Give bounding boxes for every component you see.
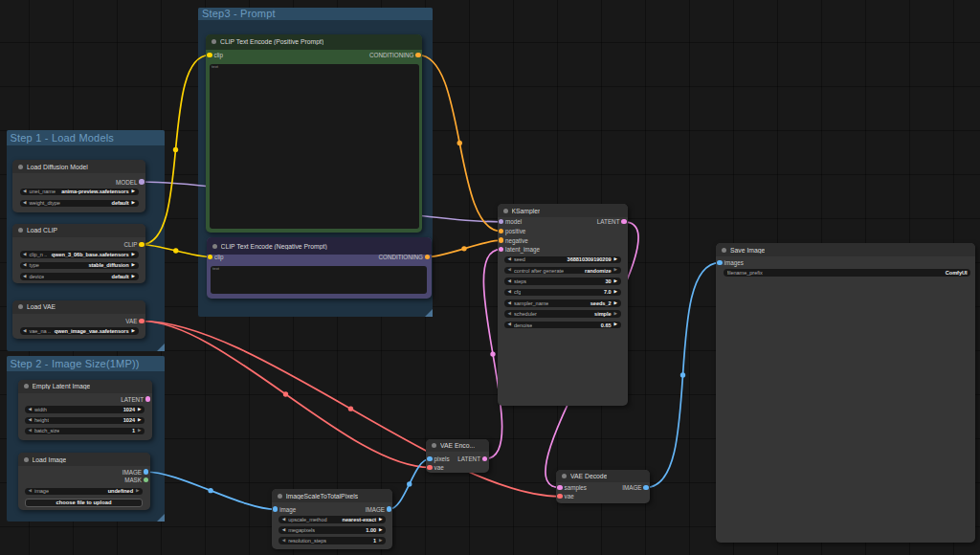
collapse-dot[interactable] bbox=[278, 494, 282, 499]
widget-denoise[interactable]: ◀denoise0.65▶ bbox=[504, 322, 621, 329]
decrement-arrow-icon[interactable]: ◀ bbox=[29, 418, 32, 423]
decrement-arrow-icon[interactable]: ◀ bbox=[508, 301, 511, 306]
node-header[interactable]: Load VAE bbox=[12, 300, 145, 314]
input-slot-positive[interactable]: positive bbox=[498, 227, 526, 235]
input-slot-clip[interactable]: clip bbox=[206, 51, 223, 59]
input-slot-dot[interactable] bbox=[499, 219, 504, 225]
input-slot-dot[interactable] bbox=[499, 237, 504, 243]
output-slot-dot[interactable] bbox=[387, 506, 392, 512]
widget-width[interactable]: ◀width1024▶ bbox=[25, 406, 145, 413]
widget-batch-size[interactable]: ◀batch_size1▶ bbox=[25, 428, 145, 435]
output-slot-dot[interactable] bbox=[482, 456, 488, 462]
widget-unet-name[interactable]: ◀unet_nameanima-preview.safetensors▶ bbox=[20, 189, 139, 196]
widget-control-after-generate[interactable]: ◀control after generaterandomize▶ bbox=[504, 267, 621, 275]
input-slot-image[interactable]: image bbox=[272, 505, 297, 514]
decrement-arrow-icon[interactable]: ◀ bbox=[29, 489, 32, 494]
output-slot-dot[interactable] bbox=[139, 242, 145, 248]
input-slot-model[interactable]: model bbox=[498, 217, 523, 226]
output-slot-image[interactable]: IMAGE bbox=[366, 505, 393, 514]
output-slot-clip[interactable]: CLIP bbox=[124, 240, 146, 249]
node-empty-latent-image[interactable]: Empty Latent ImageLATENT◀width1024▶◀heig… bbox=[18, 380, 152, 440]
decrement-arrow-icon[interactable]: ◀ bbox=[23, 329, 26, 334]
input-slot-vae[interactable]: vae bbox=[426, 463, 444, 472]
output-slot-conditioning[interactable]: CONDITIONING bbox=[369, 51, 422, 59]
widget-image[interactable]: ◀imageundefined▶ bbox=[25, 488, 143, 496]
widget-sampler-name[interactable]: ◀sampler_nameseeds_2▶ bbox=[504, 300, 621, 307]
output-slot-dot[interactable] bbox=[139, 179, 145, 185]
output-slot-latent[interactable]: LATENT bbox=[597, 217, 628, 226]
output-slot-conditioning[interactable]: CONDITIONING bbox=[378, 253, 431, 261]
collapse-dot[interactable] bbox=[212, 244, 217, 249]
node-header[interactable]: Load CLIP bbox=[12, 224, 145, 237]
node-header[interactable]: Empty Latent Image bbox=[18, 380, 152, 393]
input-slot-clip[interactable]: clip bbox=[207, 253, 224, 261]
input-slot-dot[interactable] bbox=[499, 247, 504, 253]
increment-arrow-icon[interactable]: ▶ bbox=[136, 489, 139, 494]
decrement-arrow-icon[interactable]: ◀ bbox=[29, 408, 32, 412]
output-slot-dot[interactable] bbox=[643, 485, 649, 491]
output-slot-image[interactable]: IMAGE bbox=[622, 483, 650, 492]
node-image-scale-to-total-pixels[interactable]: ImageScaleToTotalPixelsimageIMAGE◀upscal… bbox=[272, 489, 393, 549]
widget-vae-na[interactable]: ◀vae_na ..qwen_image_vae.safetensors▶ bbox=[20, 327, 139, 335]
increment-arrow-icon[interactable]: ▶ bbox=[379, 528, 382, 533]
output-slot-dot[interactable] bbox=[145, 396, 151, 402]
collapse-dot[interactable] bbox=[722, 248, 726, 253]
widget-cfg[interactable]: ◀cfg7.0▶ bbox=[504, 289, 621, 297]
increment-arrow-icon[interactable]: ▶ bbox=[138, 408, 141, 412]
widget-height[interactable]: ◀height1024▶ bbox=[25, 417, 145, 425]
node-header[interactable]: VAE Decode bbox=[556, 470, 650, 482]
output-slot-vae[interactable]: VAE bbox=[125, 317, 145, 325]
widget-resolution-steps[interactable]: ◀resolution_steps1▶ bbox=[278, 537, 386, 544]
input-slot-negative[interactable]: negative bbox=[498, 236, 528, 245]
input-slot-dot[interactable] bbox=[427, 456, 433, 462]
output-slot-dot[interactable] bbox=[621, 219, 627, 225]
input-slot-images[interactable]: images bbox=[716, 258, 744, 267]
node-header[interactable]: Load Diffusion Model bbox=[12, 160, 145, 173]
output-slot-dot[interactable] bbox=[139, 319, 145, 324]
increment-arrow-icon[interactable]: ▶ bbox=[614, 268, 617, 273]
node-save-image[interactable]: Save Imageimagesfilename_prefixComfyUI bbox=[716, 243, 975, 543]
increment-arrow-icon[interactable]: ▶ bbox=[614, 301, 617, 306]
decrement-arrow-icon[interactable]: ◀ bbox=[282, 539, 285, 544]
collapse-dot[interactable] bbox=[18, 165, 23, 169]
collapse-dot[interactable] bbox=[503, 209, 508, 213]
node-header[interactable]: Load Image bbox=[18, 453, 150, 466]
node-clip-text-encode-negative[interactable]: CLIP Text Encode (Negative Prompt)clipCO… bbox=[207, 237, 432, 299]
prompt-textarea[interactable]: text bbox=[210, 64, 419, 229]
input-slot-dot[interactable] bbox=[207, 53, 212, 58]
collapse-dot[interactable] bbox=[212, 39, 216, 44]
input-slot-samples[interactable]: samples bbox=[556, 483, 587, 492]
output-slot-dot[interactable] bbox=[425, 255, 431, 260]
input-slot-dot[interactable] bbox=[557, 494, 563, 500]
decrement-arrow-icon[interactable]: ◀ bbox=[23, 201, 26, 206]
decrement-arrow-icon[interactable]: ◀ bbox=[508, 268, 511, 273]
input-slot-vae[interactable]: vae bbox=[556, 492, 574, 500]
decrement-arrow-icon[interactable]: ◀ bbox=[508, 312, 511, 317]
increment-arrow-icon[interactable]: ▶ bbox=[132, 189, 135, 194]
increment-arrow-icon[interactable]: ▶ bbox=[379, 518, 382, 522]
widget-scheduler[interactable]: ◀schedulersimple▶ bbox=[504, 310, 621, 318]
node-vae-decode[interactable]: VAE DecodesamplesvaeIMAGE bbox=[556, 470, 650, 504]
widget-weight-dtype[interactable]: ◀weight_dtypedefault▶ bbox=[20, 200, 139, 208]
prompt-textarea[interactable]: text bbox=[211, 266, 427, 294]
output-slot-dot[interactable] bbox=[144, 477, 149, 483]
input-slot-dot[interactable] bbox=[499, 229, 504, 234]
input-slot-dot[interactable] bbox=[427, 465, 433, 471]
decrement-arrow-icon[interactable]: ◀ bbox=[282, 528, 285, 533]
widget-device[interactable]: ◀devicedefault▶ bbox=[20, 273, 139, 280]
collapse-dot[interactable] bbox=[18, 304, 23, 309]
widget-upscale-method[interactable]: ◀upscale_methodnearest-exact▶ bbox=[278, 516, 386, 523]
input-slot-latent-image[interactable]: latent_image bbox=[498, 245, 541, 254]
decrement-arrow-icon[interactable]: ◀ bbox=[29, 429, 32, 433]
decrement-arrow-icon[interactable]: ◀ bbox=[508, 279, 511, 284]
input-slot-pixels[interactable]: pixels bbox=[426, 455, 450, 463]
node-load-clip[interactable]: Load CLIPCLIP◀clip_n ..qwen_3_06b_base.s… bbox=[12, 224, 145, 283]
node-clip-text-encode-positive[interactable]: CLIP Text Encode (Positive Prompt)clipCO… bbox=[206, 34, 422, 233]
decrement-arrow-icon[interactable]: ◀ bbox=[282, 518, 285, 522]
node-header[interactable]: ImageScaleToTotalPixels bbox=[272, 489, 393, 502]
input-slot-dot[interactable] bbox=[273, 506, 278, 512]
increment-arrow-icon[interactable]: ▶ bbox=[132, 201, 135, 206]
decrement-arrow-icon[interactable]: ◀ bbox=[23, 253, 26, 257]
increment-arrow-icon[interactable]: ▶ bbox=[132, 253, 135, 257]
input-slot-dot[interactable] bbox=[208, 255, 213, 260]
